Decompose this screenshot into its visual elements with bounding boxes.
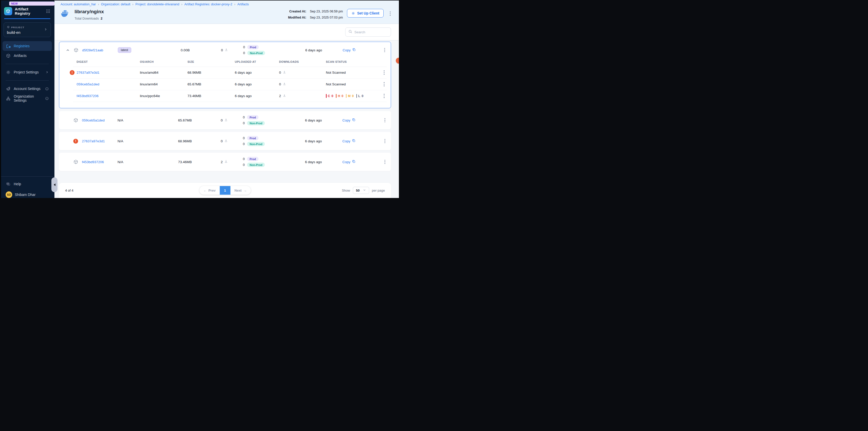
version-digest-link[interactable]: 27637a97e3d1: [82, 139, 118, 143]
search-input[interactable]: [354, 30, 388, 34]
breadcrumb-separator: ›: [98, 3, 99, 6]
version-kebab-menu[interactable]: [382, 139, 388, 143]
version-age: 6 days ago: [293, 160, 334, 164]
page-header: Account: automation_har › Organization: …: [55, 0, 399, 24]
chevron-up-icon[interactable]: [63, 48, 72, 52]
download-icon: [283, 94, 286, 98]
copy-button[interactable]: Copy: [334, 139, 364, 143]
setup-client-button[interactable]: Set Up Client: [347, 9, 384, 18]
sidebar-item-label: Organization Settings: [14, 94, 42, 102]
sidebar-item-project-settings[interactable]: Project Settings: [3, 67, 52, 77]
prod-count: 0: [242, 136, 245, 140]
artifact-meta: Created At: Sep 23, 2025 06:59 pm Modifi…: [288, 10, 343, 19]
artifacts-icon: [6, 53, 11, 58]
toolbar: [55, 24, 399, 40]
pagination-summary: 4 of 4: [65, 189, 73, 192]
sidebar-collapse-handle[interactable]: [52, 177, 58, 192]
nonprod-count: 0: [242, 121, 245, 125]
digest-uploaded: 6 days ago: [231, 82, 276, 86]
project-selector[interactable]: PROJECT build-en: [4, 22, 51, 37]
digest-kebab-menu[interactable]: [381, 70, 387, 75]
digest-kebab-menu[interactable]: [381, 94, 387, 98]
breadcrumb-organization[interactable]: Organization: default: [101, 3, 130, 6]
digest-kebab-menu[interactable]: [381, 82, 387, 87]
breadcrumb-project[interactable]: Project: donotdelete-shivanand: [135, 3, 179, 6]
version-kebab-menu[interactable]: [382, 118, 388, 123]
nonprod-count: 0: [242, 51, 245, 55]
page-size-value: 50: [356, 189, 360, 192]
setup-client-label: Set Up Client: [357, 11, 379, 15]
sidebar-item-help[interactable]: ? Help: [3, 179, 52, 189]
package-icon: [72, 118, 82, 123]
breadcrumb-registry[interactable]: Artifact Registries: docker-proxy-2: [184, 3, 232, 6]
created-at-label: Created At:: [288, 10, 306, 13]
sidebar-item-organization-settings[interactable]: Organization Settings: [3, 94, 52, 103]
version-age: 6 days ago: [293, 119, 334, 122]
deployments-cell: 0 Prod 0 Non-Prod: [242, 45, 293, 55]
copy-label: Copy: [342, 119, 350, 122]
breadcrumb-account[interactable]: Account: automation_har: [61, 3, 96, 6]
prev-page-button[interactable]: ← Prev: [199, 186, 220, 195]
user-name: Shibam Dhar: [15, 193, 36, 197]
prev-label: Prev: [208, 189, 215, 192]
digests-table: DIGEST OS/ARCH SIZE UPLOADED AT DOWNLOAD…: [73, 60, 387, 108]
avatar: SD: [6, 191, 12, 198]
digest-os-arch: linux/ppc64le: [136, 94, 184, 98]
breadcrumb-separator: ›: [181, 3, 182, 6]
search-box[interactable]: [345, 28, 391, 37]
digest-link[interactable]: f453bd937206: [76, 94, 98, 98]
sidebar-item-registries[interactable]: Registries: [3, 41, 52, 51]
project-cube-icon: [7, 25, 10, 30]
scan-status: Not Scanned: [322, 82, 376, 86]
scan-status: Not Scanned: [322, 71, 376, 74]
apps-grid-icon[interactable]: [46, 9, 50, 13]
page-number-active[interactable]: 1: [220, 186, 230, 195]
scan-high: H0: [336, 94, 343, 98]
breadcrumb-separator: ›: [132, 3, 133, 6]
header-kebab-menu[interactable]: [388, 11, 393, 16]
prod-count: 0: [242, 115, 245, 119]
copy-button[interactable]: Copy: [334, 160, 364, 164]
version-kebab-menu[interactable]: [382, 48, 387, 52]
breadcrumb-artifacts[interactable]: Artifacts: [237, 3, 249, 6]
download-icon: [224, 139, 228, 143]
svg-text:?: ?: [7, 183, 8, 185]
downloads-count: 0: [221, 139, 223, 143]
pagination-bar: 4 of 4 ← Prev 1 Next → Show 50: [59, 183, 391, 198]
version-size: 65.67MB: [163, 119, 207, 122]
app-logo-row: Artifact Registry: [0, 6, 55, 18]
registries-icon: [6, 44, 11, 48]
digest-os-arch: linux/arm64: [136, 82, 184, 86]
per-page-label: per page: [372, 189, 385, 192]
window-edge-top: [0, 0, 399, 1]
user-menu[interactable]: SD Shibam Dhar: [3, 189, 52, 198]
created-at-value: Sep 23, 2025 06:59 pm: [310, 10, 343, 13]
package-icon: [72, 47, 82, 53]
col-downloads: DOWNLOADS: [276, 60, 322, 63]
page-title: library/nginx: [74, 9, 104, 14]
digest-link[interactable]: 059ceb5a1ded: [76, 82, 99, 86]
download-icon: [283, 82, 286, 87]
project-value: build-en: [7, 30, 44, 35]
version-digest-link[interactable]: d5f28ef21aab: [82, 48, 118, 52]
sidebar-item-artifacts[interactable]: Artifacts: [3, 51, 52, 61]
next-page-button[interactable]: Next →: [230, 186, 251, 195]
downloads-count: 2: [221, 160, 223, 164]
sidebar-item-account-settings[interactable]: Account Settings: [3, 84, 52, 94]
page-size-select[interactable]: 50: [353, 187, 369, 194]
digest-link[interactable]: 27637a97e3d1: [76, 71, 99, 74]
collapse-arrow-icon: [53, 184, 56, 186]
page-size-control: Show 50 per page: [342, 187, 385, 194]
nonprod-count: 0: [242, 163, 245, 167]
col-scan-status: SCAN STATUS: [322, 60, 376, 63]
copy-button[interactable]: Copy: [334, 118, 364, 123]
info-icon[interactable]: [45, 87, 49, 91]
sidebar-item-label: Artifacts: [14, 54, 27, 58]
version-digest-link[interactable]: f453bd937206: [82, 160, 118, 164]
col-uploaded: UPLOADED AT: [231, 60, 276, 63]
version-kebab-menu[interactable]: [382, 160, 388, 164]
copy-button[interactable]: Copy: [334, 48, 365, 52]
version-digest-link[interactable]: 059ceb5a1ded: [82, 119, 118, 122]
breadcrumb: Account: automation_har › Organization: …: [61, 3, 393, 6]
info-icon[interactable]: [45, 97, 49, 100]
